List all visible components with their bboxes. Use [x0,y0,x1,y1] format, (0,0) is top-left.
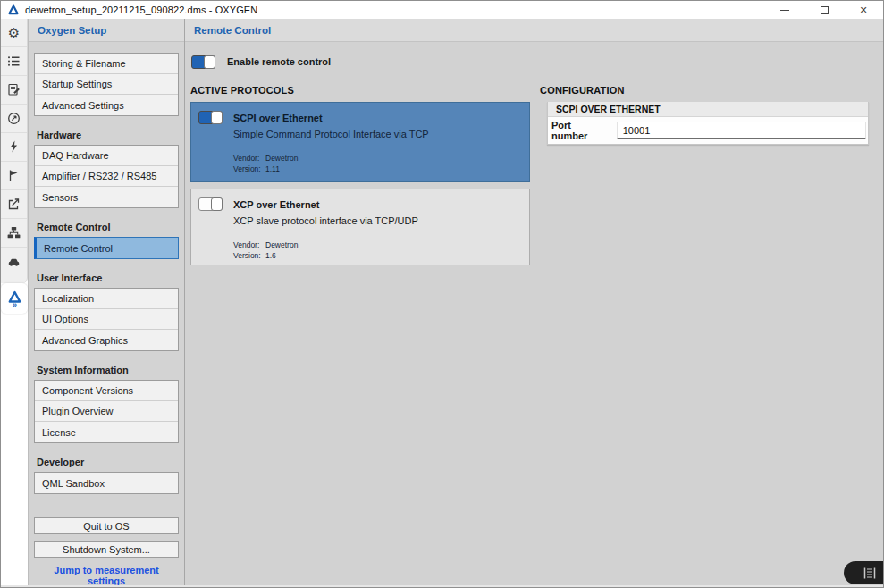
divider [34,508,179,508]
xcp-enable-toggle[interactable] [198,197,223,211]
setup-group-system-information: Component Versions Plugin Overview Licen… [34,380,179,443]
sidebar-tabs-container: ⚙ [1,19,28,283]
protocol-card-scpi[interactable]: SCPI over Ethernet Simple Command Protoc… [190,102,530,182]
lightning-icon [6,139,21,155]
vendor-value: Dewetron [265,240,298,249]
setup-group-developer: QML Sandbox [34,472,179,494]
vendor-value: Dewetron [265,154,298,163]
gear-icon: ⚙ [8,26,20,39]
channel-list-icon [6,54,21,69]
jump-to-measurement-settings-link[interactable]: Jump to measurement settings [34,565,179,585]
active-protocols-header: ACTIVE PROTOCOLS [190,85,530,96]
gauge-icon [6,111,21,126]
setup-item-remote-control[interactable]: Remote Control [34,237,179,259]
configuration-header: CONFIGURATION [540,85,872,96]
setup-item-qml-sandbox[interactable]: QML Sandbox [35,473,178,493]
enable-remote-control-toggle[interactable] [191,55,215,69]
protocol-description: Simple Command Protocol Interface via TC… [233,129,522,139]
version-label: Version: [233,251,265,260]
setup-item-storing-filename[interactable]: Storing & Filename [35,54,178,74]
toggle-knob [211,111,223,124]
protocol-name: SCPI over Ethernet [233,113,323,123]
setup-item-plugin-overview[interactable]: Plugin Overview [35,401,178,422]
quit-to-os-button[interactable]: Quit to OS [34,517,179,534]
setup-panel-title: Oxygen Setup [29,19,184,42]
sidebar-tab-system-settings[interactable]: » [1,283,28,314]
enable-remote-control-label: Enable remote control [227,56,331,67]
version-label: Version: [233,164,265,173]
sidebar-tabstrip: ⚙ [1,19,28,585]
sidebar-tab-power[interactable] [1,133,27,162]
scpi-enable-toggle[interactable] [198,111,223,124]
chevrons-icon: » [13,303,16,307]
group-label-developer: Developer [37,457,176,467]
version-value: 1.6 [265,251,276,260]
group-label-system-information: System Information [37,365,176,375]
oxygen-setup-panel: Oxygen Setup Storing & Filename Startup … [28,19,185,585]
car-icon [6,255,21,270]
setup-item-component-versions[interactable]: Component Versions [35,381,178,401]
protocol-card-xcp[interactable]: XCP over Ethernet XCP slave protocol int… [190,189,530,265]
page-title: Remote Control [185,19,883,42]
setup-item-startup-settings[interactable]: Startup Settings [35,74,178,95]
setup-group-remote-control: Remote Control [34,237,179,259]
event-list-button[interactable] [844,561,883,584]
network-icon [6,225,21,240]
group-label-hardware: Hardware [37,130,176,140]
setup-item-advanced-graphics[interactable]: Advanced Graphics [35,330,178,350]
dewetron-logo-icon [7,4,20,16]
shutdown-system-button[interactable]: Shutdown System... [34,541,179,558]
sidebar-tab-settings[interactable]: ⚙ [1,19,27,47]
setup-item-amplifier[interactable]: Amplifier / RS232 / RS485 [35,166,178,187]
document-edit-icon [6,82,21,97]
close-icon: ✕ [859,5,867,15]
maximize-button[interactable] [804,1,844,19]
setup-group-hardware: DAQ Hardware Amplifier / RS232 / RS485 S… [34,145,179,208]
window-title: dewetron_setup_20211215_090822.dms - OXY… [25,4,257,15]
port-number-input[interactable] [617,122,866,139]
export-icon [6,197,21,212]
titlebar: dewetron_setup_20211215_090822.dms - OXY… [1,1,883,19]
setup-item-daq-hardware[interactable]: DAQ Hardware [35,146,178,166]
setup-group-general: Storing & Filename Startup Settings Adva… [34,53,179,116]
port-number-label: Port number [551,120,606,141]
protocol-description: XCP slave protocol interface via TCP/UDP [233,215,522,226]
toggle-knob [204,55,215,69]
flag-icon [6,168,21,183]
setup-group-user-interface: Localization UI Options Advanced Graphic… [34,288,179,351]
scpi-configuration-panel: SCPI OVER ETHERNET Port number [547,102,869,145]
setup-item-sensors[interactable]: Sensors [35,187,178,207]
event-list-icon [863,567,877,579]
setup-item-ui-options[interactable]: UI Options [35,309,178,330]
sidebar-tab-reporting[interactable] [1,76,27,105]
vendor-label: Vendor: [233,154,265,163]
remote-control-page: Remote Control Enable remote control ACT… [185,19,883,585]
scpi-section-title: SCPI OVER ETHERNET [548,102,868,117]
vendor-label: Vendor: [233,240,265,249]
sidebar-tab-channel-list[interactable] [1,47,27,76]
close-button[interactable]: ✕ [844,1,883,19]
protocol-name: XCP over Ethernet [233,199,319,210]
sidebar-tab-vehicle[interactable] [1,248,27,276]
sidebar-tab-events[interactable] [1,162,27,190]
version-value: 1.11 [265,164,280,173]
toggle-knob [211,197,223,211]
sidebar-tab-network[interactable] [1,219,27,248]
setup-item-advanced-settings[interactable]: Advanced Settings [35,95,178,115]
sidebar-tab-instruments[interactable] [1,105,27,133]
app-window: dewetron_setup_20211215_090822.dms - OXY… [0,0,884,588]
maximize-icon [821,6,829,14]
group-label-remote-control: Remote Control [37,222,176,232]
setup-item-localization[interactable]: Localization [35,289,178,309]
minimize-icon [780,10,789,11]
setup-item-license[interactable]: License [35,422,178,442]
minimize-button[interactable] [765,1,804,19]
sidebar-tab-export[interactable] [1,190,27,219]
group-label-user-interface: User Interface [37,273,176,283]
